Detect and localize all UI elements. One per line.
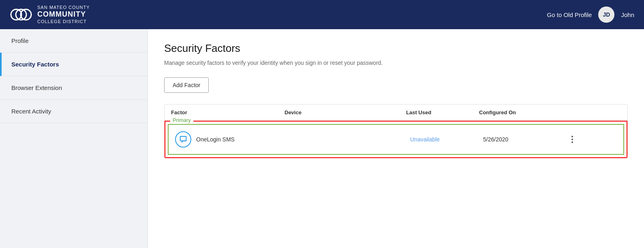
col-actions	[560, 109, 576, 115]
factors-table: Factor Device Last Used Configured On Pr…	[164, 104, 628, 158]
col-device: Device	[285, 109, 406, 115]
sms-icon	[175, 131, 191, 148]
org-name-main: COMMUNITY	[37, 10, 90, 19]
sidebar: Profile Security Factors Browser Extensi…	[0, 29, 148, 248]
page-title: Security Factors	[164, 42, 628, 55]
primary-group-label: Primary	[170, 117, 193, 123]
logo: SAN MATEO COUNTY COMMUNITY COLLEGE DISTR…	[10, 3, 90, 26]
col-configured-on: Configured On	[479, 109, 560, 115]
configured-on-value: 5/26/2020	[483, 136, 508, 143]
sidebar-item-recent-activity[interactable]: Recent Activity	[0, 100, 148, 123]
user-name: John	[621, 11, 634, 18]
col-factor: Factor	[171, 109, 285, 115]
add-factor-button[interactable]: Add Factor	[164, 77, 209, 93]
last-used-value: Unavailable	[410, 136, 440, 143]
org-name-top: SAN MATEO COUNTY	[37, 5, 90, 10]
primary-group: Primary OneLogin SMS	[165, 121, 627, 158]
avatar: JD	[598, 6, 614, 23]
configured-on-cell: 5/26/2020	[483, 136, 564, 143]
org-name-bottom: COLLEGE DISTRICT	[37, 19, 90, 24]
more-options-button[interactable]	[564, 131, 580, 148]
main-content: Security Factors Manage security factors…	[148, 29, 644, 248]
logo-text: SAN MATEO COUNTY COMMUNITY COLLEGE DISTR…	[37, 5, 90, 24]
layout: Profile Security Factors Browser Extensi…	[0, 29, 644, 248]
page-subtitle: Manage security factors to verify your i…	[164, 60, 628, 66]
factor-name: OneLogin SMS	[196, 136, 235, 143]
sidebar-item-profile[interactable]: Profile	[0, 29, 148, 53]
svg-rect-3	[180, 137, 186, 141]
table-row: OneLogin SMS Unavailable 5/26/2020	[169, 125, 623, 154]
chat-icon	[179, 135, 188, 144]
sidebar-item-browser-extension[interactable]: Browser Extension	[0, 76, 148, 100]
goto-old-profile-link[interactable]: Go to Old Profile	[547, 11, 592, 18]
sidebar-item-security-factors[interactable]: Security Factors	[0, 53, 148, 76]
header: SAN MATEO COUNTY COMMUNITY COLLEGE DISTR…	[0, 0, 644, 29]
header-right: Go to Old Profile JD John	[547, 6, 634, 23]
logo-icon	[10, 3, 32, 26]
primary-inner: OneLogin SMS Unavailable 5/26/2020	[168, 124, 624, 155]
factor-cell: OneLogin SMS	[175, 131, 289, 148]
last-used-cell: Unavailable	[410, 136, 483, 143]
table-header: Factor Device Last Used Configured On	[165, 105, 627, 121]
col-last-used: Last Used	[406, 109, 479, 115]
